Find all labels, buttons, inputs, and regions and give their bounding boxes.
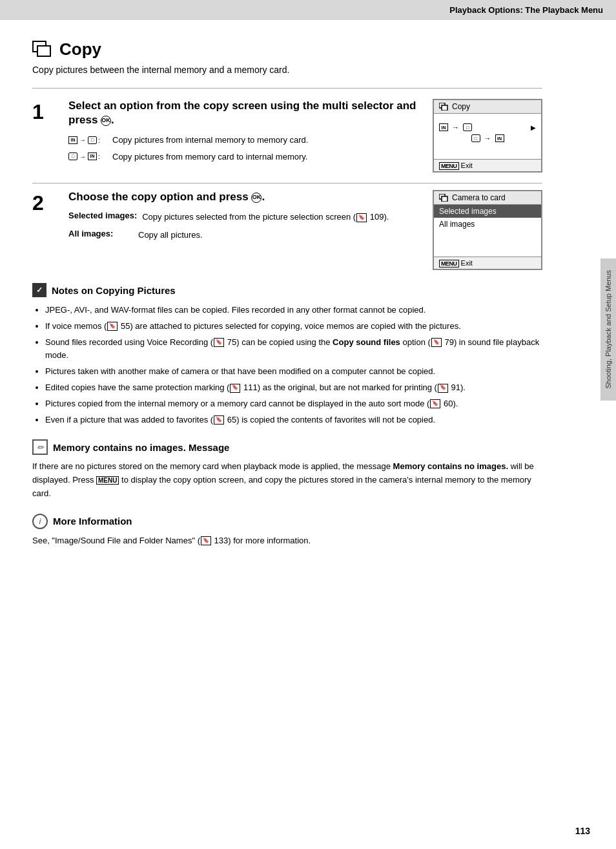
exit-label-1: Exit: [461, 162, 473, 169]
svg-rect-5: [442, 196, 447, 202]
all-images-label: All images:: [68, 229, 133, 238]
notes-item-5: Edited copies have the same protection m…: [45, 381, 542, 395]
main-content: Copy Copy pictures between the internal …: [0, 20, 575, 567]
step-2-camera-ui: Camera to card Selected images All image…: [433, 190, 542, 270]
step-2-ui-item-selected: Selected images: [434, 205, 541, 218]
step-1-section: 1 Select an option from the copy screen …: [32, 99, 542, 183]
arrow-right-1: ▶: [531, 124, 536, 131]
ref-icon-4: 🔖: [431, 338, 442, 347]
more-info-title: More Information: [53, 516, 132, 527]
step-1-detail-2-icon: □ → IN :: [68, 151, 107, 163]
step-1-ui-footer: MENU Exit: [434, 159, 541, 171]
menu-label-inline: MENU: [96, 476, 119, 485]
step-1-detail-1-icon: IN → □ :: [68, 134, 107, 147]
page-header: Playback Options: The Playback Menu: [0, 0, 616, 20]
ref-icon-1: 🔖: [356, 213, 367, 222]
selected-images-label: Selected images:: [68, 211, 137, 220]
ok-button-icon-1: OK: [101, 116, 111, 126]
notes-item-4: Pictures taken with another make of came…: [45, 365, 542, 379]
ref-icon-6: 🔖: [438, 384, 448, 393]
divider-top: [32, 88, 542, 89]
notes-item-7: Even if a picture that was added to favo…: [45, 414, 542, 427]
exit-label-2: Exit: [461, 259, 473, 267]
step-2-title: Choose the copy option and press OK.: [68, 190, 420, 204]
ref-icon-3: 🔖: [214, 338, 224, 347]
notes-header: ✓ Notes on Copying Pictures: [32, 283, 542, 297]
mem-icon-ui-2: IN: [495, 134, 504, 142]
step-2-ui-header: Camera to card: [434, 191, 541, 205]
card-icon-ui-2: □: [471, 134, 480, 142]
right-sidebar: Shooting, Playback and Setup Menus: [601, 258, 616, 401]
step-2-ui-footer: MENU Exit: [434, 257, 541, 269]
card-icon-2: □: [68, 152, 77, 160]
sidebar-text: Shooting, Playback and Setup Menus: [604, 270, 612, 388]
ok-button-icon-2: OK: [251, 193, 262, 203]
step-2-number: 2: [32, 190, 56, 270]
ref-icon-7: 🔖: [430, 399, 440, 408]
notes-item-6: Pictures copied from the internal memory…: [45, 397, 542, 411]
step-2-ui-item-all: All images: [434, 218, 541, 231]
memory-message-header: ✏ Memory contains no images. Message: [32, 439, 542, 455]
step-1-camera-ui: Copy IN → □ ▶ □ → IN MENU Exit: [433, 99, 542, 173]
step-1-detail-2: □ → IN : Copy pictures from memory card …: [68, 151, 420, 163]
memory-message-body: If there are no pictures stored on the m…: [32, 460, 542, 500]
step-1-detail-1-text: Copy pictures from internal memory to me…: [112, 134, 308, 147]
notes-title: Notes on Copying Pictures: [52, 285, 176, 296]
all-images-text: Copy all pictures.: [138, 229, 420, 242]
memory-message-section: ✏ Memory contains no images. Message If …: [32, 439, 542, 500]
menu-label-1: MENU: [439, 162, 459, 170]
copy-small-icon-2: [439, 194, 448, 202]
step-2-ui-spacer: [434, 231, 541, 257]
notes-list: JPEG-, AVI-, and WAV-format files can be…: [32, 304, 542, 426]
card-icon-ui-1: □: [463, 123, 472, 131]
step-1-ui-title: Copy: [452, 102, 470, 111]
page-subtitle: Copy pictures between the internal memor…: [32, 65, 542, 75]
step-1-number: 1: [32, 99, 56, 173]
step-1-detail-2-text: Copy pictures from memory card to intern…: [112, 151, 307, 163]
page-number: 113: [575, 826, 590, 836]
notes-icon: ✓: [32, 283, 46, 297]
memory-message-title: Memory contains no images. Message: [53, 442, 229, 453]
notes-item-3: Sound files recorded using Voice Recordi…: [45, 336, 542, 363]
step-1-detail-1: IN → □ : Copy pictures from internal mem…: [68, 134, 420, 147]
step-1-ui-row-1: IN → □ ▶: [439, 123, 536, 131]
internal-mem-icon-2: IN: [88, 152, 97, 160]
svg-rect-3: [442, 105, 447, 110]
step-2-selected-images: Selected images: Copy pictures selected …: [68, 211, 420, 224]
ref-icon-2: 🔖: [107, 322, 118, 331]
copy-icon: [32, 41, 53, 59]
copy-small-icon: [439, 103, 448, 110]
internal-mem-icon-1: IN: [68, 136, 77, 144]
step-2-content: Choose the copy option and press OK. Sel…: [68, 190, 420, 270]
selected-images-text: Copy pictures selected from the picture …: [142, 211, 420, 224]
card-icon-1: □: [88, 136, 97, 144]
step-1-ui-body: IN → □ ▶ □ → IN: [434, 114, 541, 159]
svg-rect-1: [37, 46, 50, 56]
step-1-ui-header: Copy: [434, 100, 541, 114]
page-title: Copy: [59, 39, 101, 59]
title-row: Copy: [32, 39, 542, 59]
step-1-ui-row-2: □ → IN: [439, 134, 536, 142]
header-title: Playback Options: The Playback Menu: [449, 5, 603, 15]
notes-item-1: JPEG-, AVI-, and WAV-format files can be…: [45, 304, 542, 317]
more-info-header: i More Information: [32, 514, 542, 529]
menu-label-2: MENU: [439, 260, 459, 267]
step-2-ui-items: Selected images All images: [434, 205, 541, 257]
step-1-content: Select an option from the copy screen us…: [68, 99, 420, 173]
notes-section: ✓ Notes on Copying Pictures JPEG-, AVI-,…: [32, 283, 542, 426]
more-info-icon: i: [32, 514, 48, 529]
ref-icon-9: 🔖: [201, 536, 211, 545]
step-2-ui-title: Camera to card: [452, 193, 506, 202]
notes-item-2: If voice memos (🔖 55) are attached to pi…: [45, 320, 542, 333]
step-1-title: Select an option from the copy screen us…: [68, 99, 420, 127]
ref-icon-5: 🔖: [230, 384, 240, 393]
more-info-body: See, "Image/Sound File and Folder Names"…: [32, 534, 542, 548]
pencil-icon: ✏: [32, 439, 48, 455]
more-info-section: i More Information See, "Image/Sound Fil…: [32, 514, 542, 548]
ref-icon-8: 🔖: [214, 415, 224, 424]
step-2-section: 2 Choose the copy option and press OK. S…: [32, 190, 542, 270]
mem-icon-ui-1: IN: [439, 123, 448, 131]
step-2-all-images: All images: Copy all pictures.: [68, 229, 420, 242]
